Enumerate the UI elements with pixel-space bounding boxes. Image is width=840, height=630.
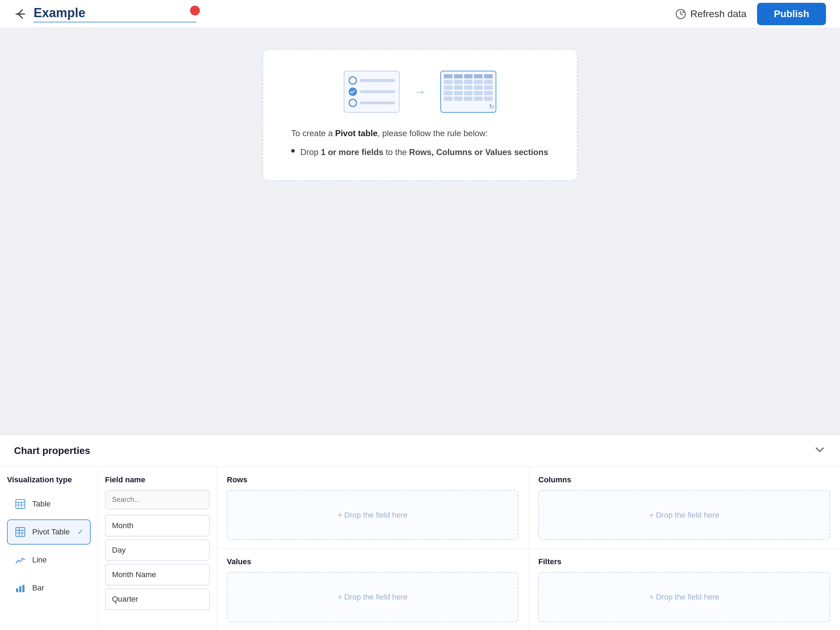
publish-button[interactable]: Publish: [757, 3, 826, 25]
back-icon[interactable]: [14, 8, 27, 20]
illustration: → ↻: [291, 71, 549, 113]
illus-circle-checked: [349, 87, 357, 96]
field-item-quarter[interactable]: Quarter: [105, 588, 210, 610]
bottom-panel: Chart properties Visualization type: [0, 434, 840, 630]
header-right: Refresh data Publish: [675, 3, 826, 25]
bar-viz-icon: [14, 582, 27, 594]
field-item-month[interactable]: Month: [105, 515, 210, 537]
panel-body: Visualization type Table: [0, 467, 840, 630]
viz-item-table-label: Table: [32, 499, 51, 508]
viz-item-bar-label: Bar: [32, 583, 44, 592]
line-viz-icon: [14, 554, 27, 566]
field-item-month-name[interactable]: Month Name: [105, 564, 210, 586]
table-viz-icon: [14, 498, 27, 510]
page-title-input[interactable]: [33, 6, 196, 22]
title-wrapper: [33, 6, 196, 22]
check-icon: ✓: [77, 527, 84, 537]
panel-title: Chart properties: [14, 445, 90, 456]
svg-rect-11: [16, 588, 18, 592]
columns-section: Columns + Drop the field here: [529, 467, 840, 549]
info-bullet: Drop 1 or more fields to the Rows, Colum…: [291, 145, 549, 159]
filters-dropzone[interactable]: + Drop the field here: [538, 572, 830, 622]
refresh-label: Refresh data: [690, 8, 747, 20]
values-dropzone[interactable]: + Drop the field here: [227, 572, 518, 622]
field-item-day[interactable]: Day: [105, 539, 210, 561]
header: Refresh data Publish: [0, 0, 840, 28]
filters-section: Filters + Drop the field here: [529, 549, 840, 630]
svg-rect-12: [19, 586, 21, 592]
bullet-dot: [291, 149, 295, 153]
rows-dropzone-text: + Drop the field here: [338, 511, 408, 520]
header-left: [14, 6, 196, 22]
field-search-input[interactable]: [105, 490, 210, 509]
illus-table-right: ↻: [440, 71, 496, 113]
columns-dropzone-text: + Drop the field here: [649, 511, 719, 520]
illus-circle-empty2: [349, 99, 357, 107]
illus-table-left: [344, 71, 400, 113]
viz-item-line-label: Line: [32, 556, 47, 565]
svg-rect-13: [22, 585, 25, 592]
field-panel-title: Field name: [105, 475, 210, 485]
field-panel: Field name Month Day Month Name Quarter: [98, 467, 217, 630]
values-section: Values + Drop the field here: [217, 549, 529, 630]
illus-refresh-icon: ↻: [489, 103, 494, 111]
values-label: Values: [227, 557, 518, 566]
viz-panel-title: Visualization type: [7, 475, 91, 485]
arrow-icon: →: [414, 84, 426, 99]
viz-item-line[interactable]: Line: [7, 547, 91, 573]
bullet-text: Drop 1 or more fields to the Rows, Colum…: [300, 145, 548, 159]
rows-label: Rows: [227, 475, 518, 485]
rows-section: Rows + Drop the field here: [217, 467, 529, 549]
refresh-button[interactable]: Refresh data: [675, 8, 747, 20]
columns-label: Columns: [538, 475, 830, 485]
info-intro-text: To create a Pivot table, please follow t…: [291, 127, 549, 140]
filters-label: Filters: [538, 557, 830, 566]
panel-collapse-button[interactable]: [813, 443, 826, 458]
rows-dropzone[interactable]: + Drop the field here: [227, 490, 518, 540]
viz-item-pivot-label: Pivot Table: [32, 527, 69, 537]
columns-dropzone[interactable]: + Drop the field here: [538, 490, 830, 540]
dropzones-panel: Rows + Drop the field here Columns + Dro…: [217, 467, 840, 630]
filters-dropzone-text: + Drop the field here: [649, 592, 719, 602]
svg-rect-6: [16, 527, 25, 537]
field-list: Month Day Month Name Quarter: [105, 515, 210, 610]
illus-circle-empty: [349, 76, 357, 85]
publish-label: Publish: [774, 8, 809, 19]
viz-item-table[interactable]: Table: [7, 491, 91, 516]
info-card: → ↻ To create a Pivot table, please foll…: [262, 49, 578, 181]
pivot-viz-icon: [14, 526, 27, 538]
values-dropzone-text: + Drop the field here: [338, 592, 408, 602]
notification-dot: [190, 6, 200, 16]
viz-panel: Visualization type Table: [0, 467, 98, 630]
svg-rect-1: [16, 499, 25, 508]
viz-item-bar[interactable]: Bar: [7, 575, 91, 601]
panel-header: Chart properties: [0, 435, 840, 467]
main-area: → ↻ To create a Pivot table, please foll…: [0, 28, 840, 434]
illus-line-1: [360, 79, 395, 82]
illus-line-3: [360, 101, 395, 104]
illus-line-2: [360, 90, 395, 93]
viz-item-pivot[interactable]: Pivot Table ✓: [7, 519, 91, 545]
